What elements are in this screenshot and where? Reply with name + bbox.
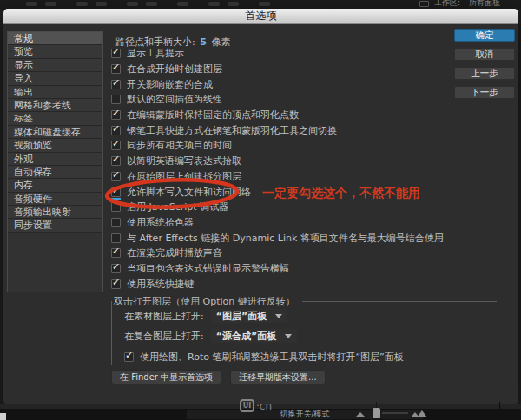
toolbar-icon-fragment xyxy=(26,2,37,6)
footage-layer-open-row: 在素材图层上打开: “图层”面板 xyxy=(124,309,287,323)
checkbox-row[interactable]: ✓ 在编辑蒙版时保持固定的顶点和羽化点数 xyxy=(111,108,502,123)
timeline-zoom-slider-handle[interactable] xyxy=(373,408,380,418)
checkmark-icon: ✓ xyxy=(112,169,120,180)
checkbox-label: 开关影响嵌套的合成 xyxy=(127,78,213,91)
paint-tools-checkbox-row[interactable]: ✓ 使用绘图、Roto 笔刷和调整边缘工具双击时将打开“图层”面板 xyxy=(124,351,509,364)
comp-layer-open-row: 在复合图层上打开: “源合成”面板 xyxy=(124,329,297,343)
checkbox-row[interactable]: ✓ 开关影响嵌套的合成 xyxy=(111,76,502,92)
checkmark-icon: ✓ xyxy=(112,185,120,196)
checkbox[interactable]: ✓ xyxy=(111,233,121,243)
toolbar-icon-fragment xyxy=(228,2,239,6)
comp-open-value: “源合成”面板 xyxy=(216,330,276,343)
sidebar-item[interactable]: 自动保存 xyxy=(8,166,102,179)
checkbox[interactable]: ✓ xyxy=(111,172,121,181)
app-toolbar-strip: 工作区: 所有面板 xyxy=(0,0,521,9)
workspace-label: 工作区: xyxy=(434,0,460,9)
sidebar-item[interactable]: 标签 xyxy=(8,112,102,125)
sidebar-item[interactable]: 视频预览 xyxy=(8,139,102,152)
checkbox-label: 同步所有相关项目的时间 xyxy=(127,139,232,152)
checkbox[interactable]: ✓ xyxy=(111,95,121,104)
checkbox[interactable]: ✓ xyxy=(111,248,121,258)
checkbox[interactable]: ✓ xyxy=(111,202,121,212)
checkbox[interactable]: ✓ xyxy=(111,80,121,89)
sidebar-item[interactable]: 预览 xyxy=(8,45,102,58)
checkbox[interactable]: ✓ xyxy=(111,141,121,150)
action-button[interactable]: 上一步 xyxy=(454,67,515,80)
checkbox-row[interactable]: ✓ 使用系统快捷键 xyxy=(111,276,502,292)
checkbox-row[interactable]: ✓ 与 After Effects 链接的 Dynamic Link 将项目文件… xyxy=(111,230,502,246)
sidebar-item[interactable]: 内存 xyxy=(8,179,102,192)
sidebar-item[interactable]: 音频输出映射 xyxy=(8,206,102,219)
checkbox-row[interactable]: ✓ 在原始图层上创建拆分图层 xyxy=(111,169,502,185)
toggle-switches-modes-label: 切换开关/模式 xyxy=(280,409,329,420)
sidebar-item[interactable]: 媒体和磁盘缓存 xyxy=(8,126,102,139)
checkmark-icon: ✓ xyxy=(112,138,120,149)
sidebar-item[interactable]: 网格和参考线 xyxy=(8,99,102,112)
footer-button[interactable]: 在 Finder 中显示首选项 xyxy=(111,370,221,384)
checkbox[interactable]: ✓ xyxy=(111,218,121,227)
action-button[interactable]: 下一步 xyxy=(454,86,515,99)
zoom-out-mountain-icon[interactable] xyxy=(356,412,365,417)
timeline-zoom-slider-track[interactable] xyxy=(382,412,408,414)
checkbox[interactable]: ✓ xyxy=(111,279,121,289)
checkbox[interactable]: ✓ xyxy=(111,110,121,120)
checkmark-icon: ✓ xyxy=(112,246,120,257)
checkbox-row[interactable]: ✓ 使用系统拾色器 xyxy=(111,215,502,231)
dialog-title: 首选项 xyxy=(246,9,277,23)
footer-button[interactable]: 迁移早期版本设置... xyxy=(230,370,326,384)
chevron-down-icon xyxy=(275,314,282,318)
checkbox[interactable]: ✓ xyxy=(111,126,121,135)
checkbox[interactable]: ✓ xyxy=(111,64,121,74)
checkbox-row[interactable]: ✓ 显示工具提示 xyxy=(111,46,502,62)
checkbox-row[interactable]: ✓ 钢笔工具快捷方式在钢笔和蒙版羽化工具之间切换 xyxy=(111,122,502,138)
sidebar-item[interactable]: 音频硬件 xyxy=(8,193,102,206)
checkbox-row[interactable]: ✓ 在渲染完成时播放声音 xyxy=(111,246,502,261)
checkmark-icon: ✓ xyxy=(112,77,120,89)
checkbox[interactable]: ✓ xyxy=(111,264,121,273)
toolbar-icon-fragment xyxy=(208,2,220,6)
footage-open-dropdown[interactable]: “图层”面板 xyxy=(211,309,287,323)
checkbox-label: 使用系统拾色器 xyxy=(127,216,194,229)
group-title: 双击打开图层（使用 Option 键进行反转） xyxy=(112,295,302,308)
checkbox[interactable]: ✓ xyxy=(111,49,121,58)
toolbar-icon-fragment xyxy=(45,2,56,6)
checkbox-label: 在合成开始时创建图层 xyxy=(127,62,222,75)
checkmark-icon: ✓ xyxy=(112,261,120,272)
action-button[interactable]: 确定 xyxy=(454,29,515,42)
toolbar-icon-fragment xyxy=(146,2,157,6)
checkbox-row[interactable]: ✓ 在合成开始时创建图层 xyxy=(111,62,502,77)
sidebar-item[interactable]: 输出 xyxy=(8,86,102,99)
checkmark-icon: ✓ xyxy=(112,277,120,288)
zoom-in-mountain-icon[interactable] xyxy=(411,410,426,417)
sidebar-item[interactable]: 外观 xyxy=(8,153,102,166)
checkmark-icon: ✓ xyxy=(112,46,120,57)
sidebar-item[interactable]: 显示 xyxy=(8,59,102,72)
ui-cn-logo-text: ·cn xyxy=(256,400,272,412)
checkbox-row[interactable]: ✓ 启用 JavaScript 调试器 xyxy=(111,200,502,215)
sidebar-item[interactable]: 同步设置 xyxy=(8,219,102,232)
toolbar-icon-fragment xyxy=(259,2,270,6)
checkbox-label: 在编辑蒙版时保持固定的顶点和羽化点数 xyxy=(127,108,299,121)
checkbox-label: 默认的空间插值为线性 xyxy=(127,93,222,106)
dialog-titlebar: 首选项 xyxy=(3,9,518,24)
checkbox-row[interactable]: ✓ 当项目包含表达式错误时显示警告横幅 xyxy=(111,261,502,277)
checkbox-row[interactable]: ✓ 同步所有相关项目的时间 xyxy=(111,138,502,154)
dialog-footer-buttons: 在 Finder 中显示首选项 迁移早期版本设置... xyxy=(111,370,326,384)
workspace-value[interactable]: 所有面板 xyxy=(469,0,500,9)
checkbox-row[interactable]: ✓ 默认的空间插值为线性 xyxy=(111,92,502,108)
action-button[interactable]: 取消 xyxy=(454,48,515,61)
sidebar-item[interactable]: 导入 xyxy=(8,72,102,85)
checkbox-row[interactable]: ✓ 以简明英语编写表达式拾取 xyxy=(111,154,502,169)
comp-open-dropdown[interactable]: “源合成”面板 xyxy=(211,329,297,343)
checkbox-label: 在原始图层上创建拆分图层 xyxy=(127,170,241,183)
checkbox[interactable]: ✓ xyxy=(111,156,121,166)
checkbox-label: 允许脚本写入文件和访问网络 xyxy=(127,186,251,199)
toggle-switches-modes-button[interactable]: 切换开关/模式 xyxy=(187,410,423,419)
sidebar-item[interactable]: 常规 xyxy=(8,32,102,45)
ui-cn-logo-icon: UI xyxy=(240,399,254,412)
checkbox[interactable]: ✓ xyxy=(111,187,121,197)
checkbox[interactable]: ✓ xyxy=(124,352,134,362)
bottom-left-panel-fragment xyxy=(0,413,6,420)
dialog-action-buttons: 确定 取消 上一步 下一步 xyxy=(454,29,515,105)
chevron-down-icon xyxy=(285,334,292,338)
